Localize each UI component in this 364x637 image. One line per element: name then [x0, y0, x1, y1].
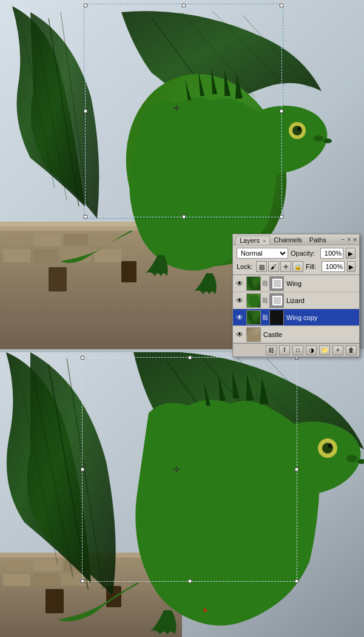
- panel-minimize-btn[interactable]: −: [341, 236, 345, 243]
- panel-body: Normal Dissolve Multiply Screen Overlay …: [233, 245, 359, 274]
- tab-layers[interactable]: Layers ×: [235, 236, 270, 245]
- blend-mode-row: Normal Dissolve Multiply Screen Overlay …: [234, 247, 358, 260]
- layer-lizard-visibility[interactable]: 👁: [234, 295, 245, 306]
- new-group-btn[interactable]: 📁: [319, 346, 330, 355]
- lock-icons-group: ▨ 🖌 ✛ 🔒: [256, 261, 303, 272]
- svg-rect-5: [33, 234, 61, 246]
- lock-transparent-btn[interactable]: ▨: [256, 261, 267, 272]
- layer-item-wing-copy[interactable]: 👁 ⛓ Wing copy: [233, 309, 359, 326]
- layer-lizard-mask: [269, 293, 284, 308]
- svg-rect-47: [33, 574, 58, 586]
- tab-paths[interactable]: Paths: [306, 236, 330, 244]
- panel-menu-btn[interactable]: ≡: [353, 236, 357, 243]
- svg-rect-6: [64, 234, 88, 246]
- panel-tabs: Layers × Channels Paths: [235, 236, 330, 244]
- canvas-area: ✛ Layers × Channels Paths − × ≡: [0, 0, 364, 637]
- svg-rect-9: [33, 249, 58, 262]
- svg-rect-4: [6, 234, 30, 246]
- lock-row: Lock: ▨ 🖌 ✛ 🔒 Fill: ▶: [234, 260, 358, 273]
- svg-rect-39: [257, 332, 259, 335]
- dragon-illustration-bottom: [0, 352, 364, 637]
- layer-item-castle[interactable]: 👁 Castle: [233, 326, 359, 343]
- svg-point-27: [297, 127, 301, 131]
- layer-wing-copy-thumb: [246, 310, 261, 325]
- svg-rect-43: [6, 560, 30, 571]
- opacity-label: Opacity:: [291, 250, 318, 257]
- layers-list: 👁 ⛓ Wing 👁 ⛓ Lizard: [233, 274, 359, 343]
- lock-all-btn[interactable]: 🔒: [292, 261, 303, 272]
- layer-wing-copy-mask: [269, 310, 284, 325]
- svg-rect-12: [49, 267, 67, 291]
- svg-rect-8: [3, 249, 30, 262]
- bottom-canvas-section: ✛: [0, 352, 364, 637]
- add-style-btn[interactable]: f: [279, 346, 290, 355]
- delete-layer-btn[interactable]: 🗑: [346, 346, 357, 355]
- layer-wing-mask: [269, 276, 284, 291]
- layer-wing-thumb: [246, 276, 261, 291]
- fill-label: Fill:: [306, 263, 319, 270]
- layer-lizard-thumb: [246, 293, 261, 308]
- layer-lizard-chain: ⛓: [262, 297, 268, 304]
- move-cursor-icon: ✛: [173, 103, 183, 113]
- new-layer-btn[interactable]: +: [332, 346, 343, 355]
- svg-rect-46: [3, 574, 30, 586]
- blend-mode-select[interactable]: Normal Dissolve Multiply Screen Overlay: [237, 248, 288, 259]
- svg-rect-37: [249, 332, 252, 335]
- svg-rect-11: [94, 249, 121, 262]
- svg-point-28: [314, 135, 323, 141]
- svg-rect-35: [270, 310, 283, 325]
- fill-input[interactable]: [322, 261, 345, 272]
- svg-point-63: [346, 455, 357, 462]
- tab-channels[interactable]: Channels: [270, 236, 305, 244]
- svg-rect-31: [274, 280, 281, 287]
- panel-titlebar: Layers × Channels Paths − × ≡: [233, 234, 359, 245]
- svg-point-62: [328, 444, 332, 448]
- move-cursor-bottom-icon: ✛: [173, 465, 183, 474]
- svg-rect-34: [274, 297, 281, 304]
- lock-label: Lock:: [237, 263, 254, 270]
- panel-close-btn[interactable]: ×: [347, 236, 351, 243]
- layer-lizard-name: Lizard: [285, 297, 358, 304]
- svg-point-65: [203, 608, 207, 612]
- svg-point-26: [292, 126, 302, 135]
- svg-rect-44: [33, 560, 61, 571]
- opacity-arrow-btn[interactable]: ▶: [346, 248, 356, 259]
- lock-position-btn[interactable]: ✛: [280, 261, 291, 272]
- layer-wing-visibility[interactable]: 👁: [234, 278, 245, 289]
- svg-point-29: [323, 138, 332, 143]
- svg-rect-49: [46, 589, 64, 613]
- svg-rect-38: [253, 332, 255, 335]
- layer-castle-thumb: [246, 327, 261, 342]
- layer-wing-chain: ⛓: [262, 280, 268, 287]
- panel-footer: ⛓ f □ ◑ 📁 + 🗑: [233, 343, 359, 356]
- layer-wing-name: Wing: [285, 280, 358, 287]
- link-layers-btn[interactable]: ⛓: [266, 346, 277, 355]
- svg-rect-7: [91, 234, 121, 246]
- fill-arrow-btn[interactable]: ▶: [347, 261, 356, 272]
- svg-point-32: [249, 295, 260, 308]
- lock-image-btn[interactable]: 🖌: [268, 261, 279, 272]
- layer-item-wing[interactable]: 👁 ⛓ Wing: [233, 275, 359, 292]
- layer-castle-visibility[interactable]: 👁: [234, 329, 245, 340]
- layer-item-lizard[interactable]: 👁 ⛓ Lizard: [233, 292, 359, 309]
- add-mask-btn[interactable]: □: [292, 346, 303, 355]
- layer-wing-copy-visibility[interactable]: 👁: [234, 312, 245, 323]
- panel-window-controls: − × ≡: [341, 236, 357, 243]
- tab-layers-close[interactable]: ×: [263, 238, 266, 244]
- new-fill-btn[interactable]: ◑: [306, 346, 317, 355]
- opacity-input[interactable]: [320, 248, 343, 259]
- layer-castle-name: Castle: [262, 331, 358, 338]
- layer-wing-copy-chain: ⛓: [262, 314, 268, 321]
- layers-panel: Layers × Channels Paths − × ≡ N: [232, 234, 360, 357]
- svg-rect-13: [121, 261, 136, 282]
- layer-wing-copy-name: Wing copy: [285, 314, 358, 321]
